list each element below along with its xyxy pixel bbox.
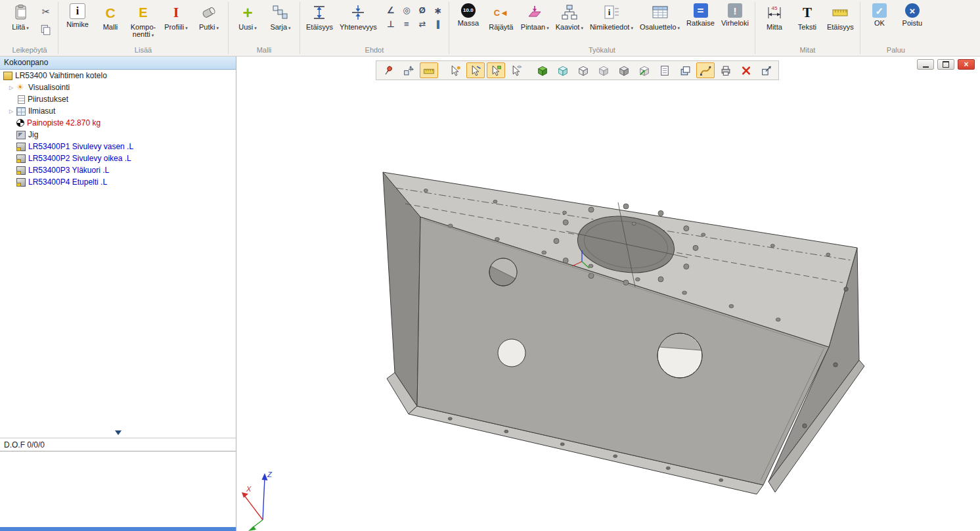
maximize-button[interactable] [937, 59, 954, 70]
solid-box-light-icon[interactable] [594, 62, 613, 78]
solid-box-shaded-icon[interactable] [615, 62, 633, 78]
solid-box-white-icon[interactable] [574, 62, 592, 78]
error-log-icon: ! [728, 3, 742, 18]
expander-icon[interactable]: ▷ [9, 85, 16, 91]
ribbon-button-virheloki[interactable]: !Virheloki [719, 1, 751, 35]
ruler-icon [831, 3, 849, 22]
splitter-handle[interactable] [115, 430, 122, 435]
tree-item-ilmiasut[interactable]: ▷Ilmiasut [0, 105, 236, 117]
constraint-button-perpendicular-constraint-icon[interactable]: ⊥ [384, 18, 398, 30]
snap-line-icon[interactable] [466, 62, 485, 78]
diagram-icon [560, 3, 579, 22]
ribbon-button-mitta[interactable]: 45Mitta [759, 1, 790, 39]
solid-box-arrow-icon[interactable] [635, 62, 654, 78]
panel-title: Kokoonpano [0, 57, 236, 70]
pin-icon[interactable] [379, 62, 397, 78]
ribbon-button-pintaan[interactable]: Pintaan▾ [518, 1, 552, 39]
ribbon: Liitä▾✂LeikepöytäiNimikeCMalliEKompo- ne… [0, 0, 980, 57]
ribbon-button-etaisyys[interactable]: Etäisyys [303, 1, 336, 39]
curve-icon[interactable] [696, 62, 715, 78]
dropdown-caret-icon: ▾ [631, 26, 633, 30]
print-icon[interactable] [717, 62, 735, 78]
close-button[interactable] [958, 59, 975, 70]
ribbon-button-teksti[interactable]: TTeksti [791, 1, 823, 39]
measure-icon[interactable] [420, 62, 438, 78]
ribbon-small-button-copy-icon[interactable] [37, 22, 55, 39]
ribbon-button-massa[interactable]: 10.0Massa [453, 1, 484, 35]
ribbon-group-label: Lisää [62, 45, 225, 56]
solid-box-green-icon[interactable] [533, 62, 552, 78]
ribbon-button-etaisyys[interactable]: Etäisyys [824, 1, 857, 39]
part-icon [16, 143, 26, 151]
minimize-button[interactable] [917, 59, 934, 70]
ribbon-button-uusi[interactable]: +Uusi▾ [232, 1, 263, 39]
ribbon-button-ok[interactable]: ✓OK [864, 1, 895, 35]
dimension-icon: 45 [765, 3, 784, 22]
tree-item-lr53400p2-sivulevy-oikea-l[interactable]: LR53400P2 Sivulevy oikea .L [0, 152, 236, 164]
tree-item-lr53400-vaihtimen-kotelo[interactable]: LR53400 Vaihtimen kotelo [0, 70, 236, 81]
ribbon-small-button-cut-icon[interactable]: ✂ [37, 3, 55, 20]
ribbon-button-malli[interactable]: CMalli [95, 1, 126, 39]
profile-icon: I [167, 3, 185, 22]
ribbon-button-nimike[interactable]: iNimike [62, 1, 93, 37]
constraint-button-tangent-constraint-icon[interactable]: Ø [415, 4, 430, 16]
constraint-button-angle-constraint-icon[interactable]: ∠ [384, 4, 398, 16]
coincident-constraint-icon [349, 3, 367, 22]
tree-item-jig[interactable]: Jig [0, 129, 236, 141]
ribbon-button-rajayta[interactable]: C◄Räjäytä [485, 1, 517, 39]
tree-item-visualisointi[interactable]: ▷Visualisointi [0, 81, 236, 93]
ribbon-button-yhtenevyys[interactable]: Yhtenevyys [337, 1, 380, 39]
ribbon-group-paluu: ✓OK×PoistuPaluu [860, 0, 931, 56]
item-info-icon: i [70, 3, 85, 19]
tree-item-lr53400p1-sivulevy-vasen-l[interactable]: LR53400P1 Sivulevy vasen .L [0, 141, 236, 152]
drawing-icon [18, 95, 25, 104]
pipe-icon [200, 3, 218, 22]
transform-icon[interactable] [399, 62, 418, 78]
viewport-3d-scene[interactable]: Z X [236, 57, 980, 531]
ribbon-button-liita[interactable]: Liitä▾ [5, 1, 36, 39]
tree-item-piirustukset[interactable]: Piirustukset [0, 93, 236, 105]
ribbon-button-label: Profiili▾ [164, 24, 187, 39]
text-icon: T [798, 3, 816, 22]
tree-item-label: LR53400P1 Sivulevy vasen .L [28, 142, 133, 151]
tree-item-painopiste-42-870-kg[interactable]: Painopiste 42.870 kg [0, 117, 236, 129]
export-icon[interactable] [757, 62, 776, 78]
ribbon-button-ratkaise[interactable]: =Ratkaise [684, 1, 717, 35]
delete-icon[interactable] [737, 62, 755, 78]
notes-icon[interactable] [656, 62, 674, 78]
constraint-button-parallel-constraint-icon[interactable]: ∥ [431, 18, 445, 30]
ribbon-button-poistu[interactable]: ×Poistu [897, 1, 928, 35]
ribbon-button-putki[interactable]: Putki▾ [193, 1, 225, 39]
panel-bottom-strip [0, 527, 236, 531]
solid-box-teal-icon[interactable] [554, 62, 572, 78]
snap-nearest-icon[interactable] [446, 62, 464, 78]
snap-face-icon[interactable] [487, 62, 505, 78]
tree-item-label: LR53400P3 Yläkuori .L [28, 166, 109, 175]
expander-icon[interactable]: ▷ [9, 108, 16, 114]
ribbon-button-label: Kompo- nentti▾ [131, 24, 156, 39]
new-icon: + [238, 3, 257, 22]
constraint-button-symmetry-constraint-icon[interactable]: ≡ [399, 18, 414, 30]
ribbon-group-mitat: 45MittaTTekstiEtäisyysMitat [755, 0, 860, 56]
select-part-icon[interactable] [507, 62, 525, 78]
ribbon-button-label: Räjäytä [489, 24, 513, 39]
ribbon-button-osaluettelo[interactable]: Osaluettelo▾ [637, 1, 682, 39]
viewport-toolbar [376, 60, 779, 80]
constraint-button-swap-constraint-icon[interactable]: ⇄ [415, 18, 430, 30]
ribbon-button-kaaviot[interactable]: Kaaviot▾ [553, 1, 586, 39]
layers-icon[interactable] [676, 62, 694, 78]
constraint-button-pattern-constraint-icon[interactable]: ∗ [431, 4, 445, 16]
ribbon-button-label: Pintaan▾ [521, 24, 549, 39]
ribbon-button-label: Etäisyys [306, 24, 333, 39]
ribbon-button-profiili[interactable]: IProfiili▾ [160, 1, 192, 39]
ribbon-button-label: OK [874, 20, 885, 35]
ribbon-button-nimiketiedot[interactable]: iNimiketiedot▾ [587, 1, 636, 39]
ribbon-group-label: Mitat [759, 45, 857, 56]
constraint-button-concentric-constraint-icon[interactable]: ◎ [399, 4, 414, 16]
dropdown-caret-icon: ▾ [254, 26, 257, 30]
tree-item-lr53400p4-etupelti-l[interactable]: LR53400P4 Etupelti .L [0, 176, 236, 188]
tree-item-lr53400p3-ylakuori-l[interactable]: LR53400P3 Yläkuori .L [0, 164, 236, 176]
ribbon-button-kompo-nentti[interactable]: EKompo- nentti▾ [127, 1, 159, 39]
ribbon-button-sarja[interactable]: Sarja▾ [265, 1, 296, 39]
part-icon [16, 178, 26, 187]
